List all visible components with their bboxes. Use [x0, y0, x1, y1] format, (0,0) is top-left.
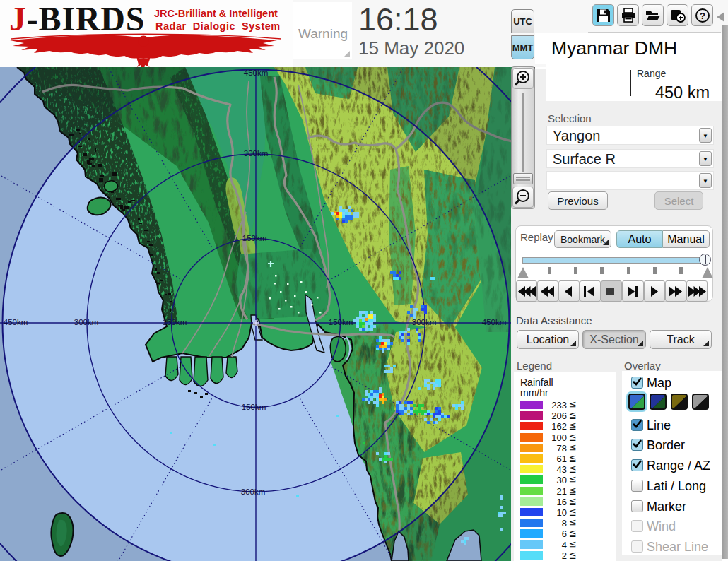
svg-text:450km: 450km: [244, 69, 269, 77]
svg-text:300km: 300km: [244, 149, 269, 158]
svg-text:150km: 150km: [242, 234, 267, 242]
svg-text:150km: 150km: [163, 318, 187, 326]
svg-text:150km: 150km: [242, 403, 266, 411]
svg-text:300km: 300km: [241, 488, 266, 496]
svg-text:450km: 450km: [482, 318, 507, 326]
svg-text:150km: 150km: [329, 318, 353, 326]
svg-text:300km: 300km: [74, 318, 99, 326]
svg-text:?: ?: [700, 11, 705, 21]
svg-text:450km: 450km: [4, 318, 28, 326]
svg-text:300km: 300km: [412, 318, 437, 326]
